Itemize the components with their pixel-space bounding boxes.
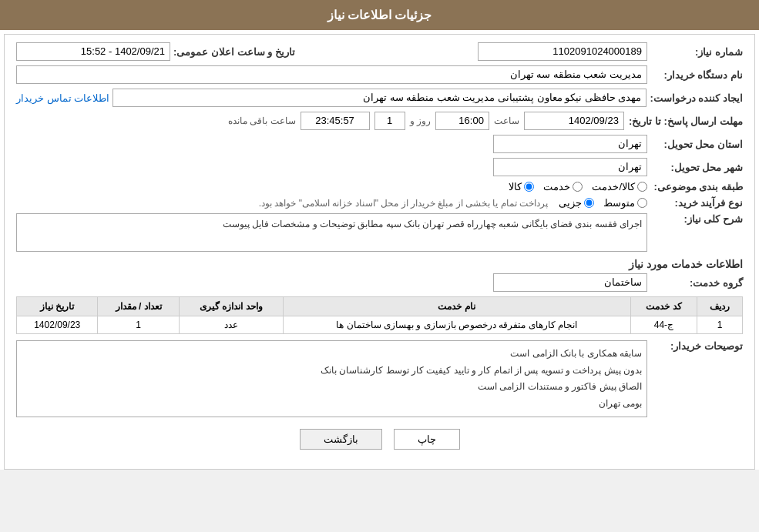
service-group-value: ساختمان — [493, 273, 647, 292]
need-number-row: شماره نیاز: 1102091024000189 تاریخ و ساع… — [16, 42, 743, 61]
table-header-row: ردیف کد خدمت نام خدمت واحد اندازه گیری ت… — [17, 297, 743, 316]
announce-date-value: 1402/09/21 - 15:52 — [16, 42, 170, 61]
col-name: نام خدمت — [283, 297, 630, 316]
description-value: اجرای فقسه بندی فضای بایگانی شعبه چهاررا… — [16, 213, 647, 252]
city-value: تهران — [493, 158, 647, 176]
category-kala-label: کالا — [509, 181, 522, 192]
description-label: شرح کلی نیاز: — [650, 213, 743, 225]
service-table: ردیف کد خدمت نام خدمت واحد اندازه گیری ت… — [16, 296, 743, 334]
category-kala-khadamat-item: کالا/خدمت — [592, 181, 647, 192]
purchase-motavaset-item: متوسط — [603, 197, 647, 209]
city-label: شهر محل تحویل: — [650, 162, 743, 173]
creator-value: مهدی حافظی نیکو معاون پشتیبانی مدیریت شع… — [113, 89, 646, 107]
deadline-time-label: ساعت — [494, 115, 519, 126]
buyer-org-row: نام دستگاه خریدار: مدیریت شعب منطقه سه ت… — [16, 65, 743, 84]
category-khadamat-item: خدمت — [543, 181, 583, 192]
buyer-notes-label: توصیحات خریدار: — [650, 340, 743, 352]
deadline-date: 1402/09/23 — [524, 112, 624, 130]
col-date: تاریخ نیاز — [17, 297, 98, 316]
category-kala-item: کالا — [509, 181, 534, 192]
buyer-notes-value: سابقه همکاری با بانک الزامی استبدون پیش … — [16, 340, 647, 417]
category-khadamat-radio[interactable] — [573, 182, 583, 192]
deadline-row: مهلت ارسال پاسخ: تا تاریخ: 1402/09/23 سا… — [16, 112, 743, 130]
buyer-note-line: سابقه همکاری با بانک الزامی است — [22, 346, 642, 363]
need-number-label: شماره نیاز: — [650, 46, 743, 58]
purchase-jozii-label: جزیی — [559, 197, 582, 209]
purchase-motavaset-label: متوسط — [603, 197, 635, 209]
deadline-label: مهلت ارسال پاسخ: تا تاریخ: — [629, 115, 743, 127]
col-row-num: ردیف — [697, 297, 743, 316]
deadline-remaining-value: 23:45:57 — [301, 112, 370, 130]
city-row: شهر محل تحویل: تهران — [16, 158, 743, 176]
purchase-notice: پرداخت تمام یا بخشی از مبلغ خریدار از مح… — [259, 198, 548, 209]
col-unit: واحد اندازه گیری — [179, 297, 283, 316]
service-group-row: گروه خدمت: ساختمان — [16, 273, 743, 292]
category-radio-group: کالا/خدمت خدمت کالا — [509, 181, 647, 192]
purchase-motavaset-radio[interactable] — [637, 198, 647, 208]
buyer-org-value: مدیریت شعب منطقه سه تهران — [16, 65, 647, 84]
contact-link[interactable]: اطلاعات تماس خریدار — [16, 92, 109, 104]
deadline-day-value: 1 — [374, 112, 405, 130]
page-title: جزئیات اطلاعات نیاز — [327, 8, 432, 22]
buyer-notes-row: توصیحات خریدار: سابقه همکاری با بانک الز… — [16, 340, 743, 417]
cell-quantity: 1 — [98, 316, 179, 334]
cell-unit: عدد — [179, 316, 283, 334]
service-info-title: اطلاعات خدمات مورد نیاز — [16, 258, 743, 270]
province-label: استان محل تحویل: — [650, 139, 743, 150]
creator-row: ایجاد کننده درخواست: مهدی حافظی نیکو معا… — [16, 89, 743, 107]
category-row: طبقه بندی موضوعی: کالا/خدمت خدمت کالا — [16, 181, 743, 192]
cell-date: 1402/09/23 — [17, 316, 98, 334]
category-kala-radio[interactable] — [524, 182, 534, 192]
buttons-row: چاپ بازگشت — [16, 429, 743, 450]
cell-name: انجام کارهای متفرقه درخصوص بازسازی و بهس… — [283, 316, 630, 334]
deadline-time-value: 16:00 — [435, 112, 489, 130]
category-khadamat-label: خدمت — [543, 181, 570, 192]
purchase-jozii-item: جزیی — [559, 197, 594, 209]
province-row: استان محل تحویل: تهران — [16, 135, 743, 153]
category-label: طبقه بندی موضوعی: — [650, 181, 743, 192]
creator-label: ایجاد کننده درخواست: — [650, 92, 743, 104]
col-quantity: تعداد / مقدار — [98, 297, 179, 316]
cell-row-num: 1 — [697, 316, 743, 334]
back-button[interactable]: بازگشت — [300, 429, 382, 450]
province-value: تهران — [493, 135, 647, 153]
table-row: 1 ج-44 انجام کارهای متفرقه درخصوص بازساز… — [17, 316, 743, 334]
buyer-note-line: الصاق پیش فاکتور و مستندات الزامی است — [22, 379, 642, 396]
need-number-value: 1102091024000189 — [478, 42, 647, 61]
purchase-jozii-radio[interactable] — [584, 198, 594, 208]
announce-date-label: تاریخ و ساعت اعلان عمومی: — [173, 46, 295, 58]
category-kala-khadamat-label: کالا/خدمت — [592, 181, 635, 192]
service-group-label: گروه خدمت: — [650, 277, 743, 289]
cell-code: ج-44 — [630, 316, 697, 334]
purchase-type-radio-group: متوسط جزیی — [559, 197, 647, 209]
description-row: شرح کلی نیاز: اجرای فقسه بندی فضای بایگا… — [16, 213, 743, 252]
buyer-org-label: نام دستگاه خریدار: — [650, 69, 743, 81]
purchase-type-row: نوع فرآیند خرید: متوسط جزیی پرداخت تمام … — [16, 197, 743, 209]
purchase-type-label: نوع فرآیند خرید: — [650, 197, 743, 209]
print-button[interactable]: چاپ — [394, 429, 460, 450]
col-code: کد خدمت — [630, 297, 697, 316]
page-header: جزئیات اطلاعات نیاز — [0, 0, 759, 30]
buyer-note-line: بدون پیش پرداخت و تسویه پس از اتمام کار … — [22, 363, 642, 380]
buyer-note-line: بومی تهران — [22, 396, 642, 413]
category-kala-khadamat-radio[interactable] — [637, 182, 647, 192]
deadline-remaining-label: ساعت باقی مانده — [228, 115, 296, 126]
deadline-day-label: روز و — [410, 115, 431, 126]
